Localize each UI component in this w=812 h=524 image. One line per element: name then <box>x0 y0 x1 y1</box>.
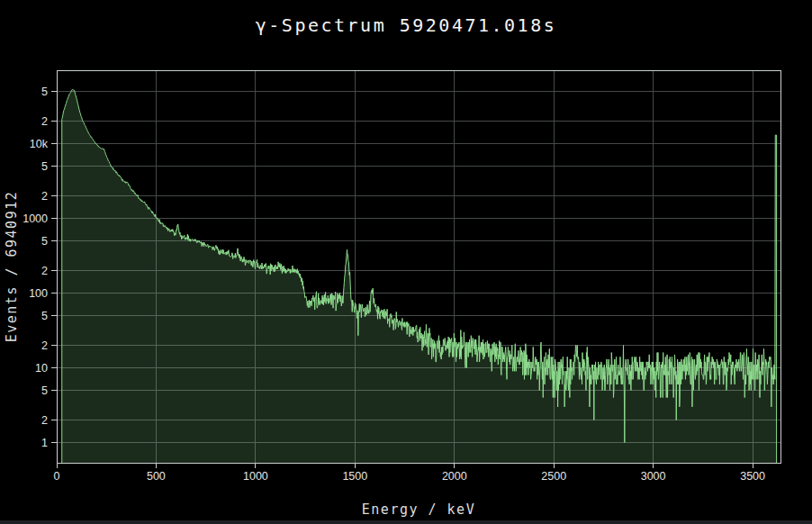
x-tick-label: 2500 <box>541 470 566 483</box>
y-tick-label: 2 <box>41 265 48 277</box>
y-tick-label: 2 <box>41 414 48 427</box>
x-tick-label: 3000 <box>641 470 666 483</box>
y-tick-label: 10 <box>35 362 48 375</box>
x-tick-label: 1000 <box>243 470 268 483</box>
x-tick-label: 500 <box>147 470 166 483</box>
x-tick-label: 0 <box>54 470 60 483</box>
x-axis-label: Energy / keV <box>57 501 780 518</box>
x-tick-label: 1500 <box>342 470 367 483</box>
spectrum-viewer-window: γ-Spectrum 5920471.018s 1251025100251000… <box>0 0 812 524</box>
spectrum-plot: 12510251002510002510k2505001000150020002… <box>0 0 812 524</box>
y-tick-label: 2 <box>41 190 48 203</box>
y-tick-label: 1 <box>41 437 48 449</box>
x-tick-label: 2000 <box>442 470 467 483</box>
y-tick-label: 5 <box>41 235 48 248</box>
window-bottom-edge <box>0 520 812 524</box>
y-axis-label: Events / 6940912 <box>4 70 22 463</box>
y-tick-label: 10k <box>30 138 49 150</box>
y-tick-label: 2 <box>41 339 48 352</box>
y-tick-label: 5 <box>41 86 48 98</box>
spectrum-fill <box>62 90 777 463</box>
y-tick-label: 1000 <box>23 212 48 225</box>
y-tick-label: 5 <box>41 310 48 322</box>
y-tick-label: 2 <box>41 115 48 128</box>
y-tick-label: 5 <box>41 384 48 397</box>
y-tick-label: 5 <box>41 160 48 173</box>
y-tick-label: 100 <box>29 287 48 300</box>
x-tick-label: 3500 <box>740 470 765 483</box>
